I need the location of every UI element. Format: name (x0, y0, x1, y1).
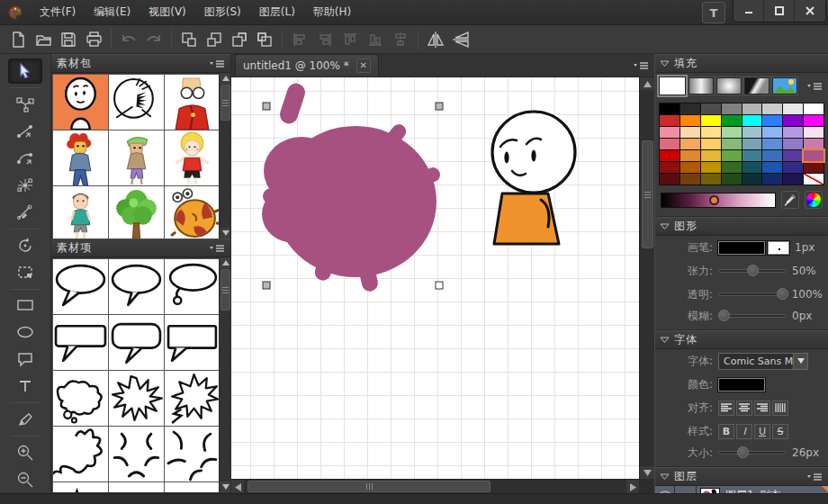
palette-swatch[interactable] (701, 115, 721, 126)
tension-slider[interactable] (718, 265, 787, 277)
crop-tool[interactable] (8, 260, 42, 285)
palette-swatch[interactable] (804, 127, 824, 138)
strikethrough-button[interactable]: S (772, 424, 788, 439)
move-anchor-tool[interactable] (8, 119, 42, 144)
undo-icon[interactable] (117, 28, 140, 51)
align-right-icon[interactable] (313, 28, 337, 51)
collapse-icon[interactable] (661, 223, 669, 230)
palette-swatch[interactable] (783, 150, 803, 161)
font-size-slider[interactable] (718, 446, 787, 459)
brush-color-swatch[interactable] (718, 241, 765, 255)
palette-swatch[interactable] (783, 162, 803, 173)
new-file-icon[interactable] (6, 28, 30, 51)
palette-swatch[interactable] (762, 115, 782, 126)
menu-edit[interactable]: 编辑(E) (85, 0, 140, 24)
brush-size-preview[interactable] (768, 241, 789, 255)
palette-swatch[interactable] (660, 127, 680, 138)
close-button[interactable] (795, 0, 825, 22)
minimize-button[interactable] (734, 0, 764, 22)
align-top-icon[interactable] (338, 28, 362, 51)
speech-bubble-tool[interactable] (8, 346, 42, 372)
palette-swatch[interactable] (742, 150, 762, 161)
palette-swatch[interactable] (660, 162, 680, 173)
align-right-button[interactable] (754, 400, 770, 416)
align-bottom-icon[interactable] (364, 28, 387, 51)
panel-menu-icon[interactable] (806, 472, 823, 482)
collapse-icon[interactable] (661, 473, 669, 480)
eyedropper-button[interactable] (781, 191, 799, 209)
tab-close-icon[interactable]: ✕ (356, 58, 371, 73)
fill-panel-header[interactable]: 填充 (655, 54, 828, 73)
scroll-up-icon[interactable] (640, 77, 655, 90)
scrollbar-thumb[interactable] (248, 481, 490, 492)
ellipse-tool[interactable] (8, 320, 42, 345)
italic-button[interactable]: I (736, 424, 752, 439)
align-center-icon[interactable] (389, 28, 412, 51)
palette-swatch[interactable] (742, 174, 762, 184)
text-tool[interactable] (8, 374, 42, 399)
scroll-up-icon[interactable] (220, 73, 230, 84)
convert-anchor-tool[interactable] (8, 173, 42, 198)
palette-swatch[interactable] (722, 174, 742, 184)
material-pack-header[interactable]: 素材包 (51, 54, 230, 73)
bubble-thumb-rect-slant[interactable] (165, 315, 220, 370)
palette-swatch[interactable] (804, 162, 824, 173)
flip-horizontal-icon[interactable] (424, 28, 447, 51)
scrollbar-thumb[interactable] (220, 85, 230, 121)
palette-swatch[interactable] (722, 150, 742, 161)
text-tool-titlebar-button[interactable]: T (702, 2, 725, 23)
palette-swatch[interactable] (660, 174, 680, 184)
material-thumb-green-hair-boy[interactable] (109, 130, 164, 185)
palette-swatch[interactable] (680, 104, 700, 114)
palette-swatch[interactable] (783, 104, 803, 114)
scrollbar-thumb[interactable] (642, 140, 653, 248)
material-thumb-ladybug[interactable] (165, 186, 220, 238)
redo-icon[interactable] (142, 28, 166, 51)
bubble-thumb-starburst-tail[interactable] (165, 371, 220, 426)
palette-swatch[interactable] (680, 115, 700, 126)
blur-slider[interactable] (718, 310, 787, 322)
collapse-icon[interactable] (661, 337, 669, 343)
panel-menu-icon[interactable] (806, 82, 823, 91)
palette-swatch[interactable] (742, 127, 762, 138)
palette-swatch[interactable] (722, 115, 742, 126)
dropdown-arrow-icon[interactable] (793, 354, 807, 369)
flip-vertical-icon[interactable] (449, 28, 472, 51)
menu-view[interactable]: 视图(V) (140, 0, 195, 24)
palette-swatch[interactable] (762, 127, 782, 138)
palette-swatch[interactable] (660, 104, 680, 114)
fill-type-radial-gradient[interactable] (716, 77, 742, 94)
material-pack-scrollbar[interactable] (219, 73, 230, 238)
palette-swatch[interactable] (680, 127, 700, 138)
scroll-right-icon[interactable] (626, 480, 639, 494)
select-tool[interactable] (8, 58, 42, 84)
material-thumb-blonde-kid[interactable] (165, 130, 220, 185)
material-thumb-stick-figure[interactable] (53, 75, 108, 130)
bubble-thumb-oval-center[interactable] (109, 259, 164, 314)
align-left-button[interactable] (718, 400, 734, 416)
send-backward-icon[interactable] (228, 28, 251, 51)
bubble-thumb-oval-curl[interactable] (165, 259, 220, 314)
palette-swatch[interactable] (742, 115, 762, 126)
material-thumb-rage-face[interactable] (109, 75, 164, 130)
palette-swatch[interactable] (804, 115, 824, 126)
send-to-back-icon[interactable] (253, 28, 276, 51)
bubble-thumb-spike[interactable] (109, 482, 164, 492)
print-icon[interactable] (82, 28, 105, 51)
bring-forward-icon[interactable] (202, 28, 226, 51)
align-justify-button[interactable] (772, 400, 788, 416)
fill-type-solid[interactable] (659, 76, 686, 95)
material-items-scrollbar[interactable] (219, 257, 230, 492)
palette-swatch[interactable] (680, 162, 700, 173)
palette-swatch[interactable] (742, 104, 762, 114)
palette-swatch[interactable] (762, 174, 782, 184)
menu-help[interactable]: 帮助(H) (304, 0, 360, 24)
scroll-down-icon[interactable] (220, 228, 230, 238)
maximize-button[interactable] (764, 0, 795, 22)
zoom-in-tool[interactable] (8, 440, 42, 465)
bubble-thumb-oval-left[interactable] (53, 259, 108, 314)
material-items-header[interactable]: 素材项 (51, 238, 230, 257)
panel-menu-icon[interactable] (209, 59, 225, 68)
tabbar-menu-icon[interactable] (633, 61, 649, 70)
bubble-thumb-curve-burst[interactable] (109, 427, 164, 482)
